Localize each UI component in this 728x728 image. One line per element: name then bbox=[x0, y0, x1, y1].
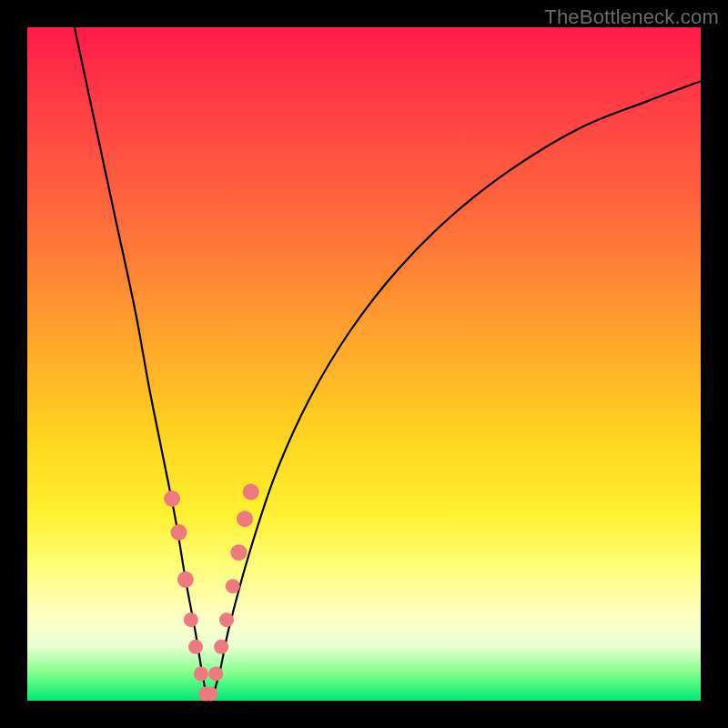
highlight-point bbox=[237, 511, 253, 527]
highlight-markers bbox=[164, 484, 259, 702]
highlight-point bbox=[203, 687, 217, 702]
highlight-point bbox=[214, 640, 228, 654]
highlight-point bbox=[164, 490, 180, 507]
highlight-point bbox=[184, 612, 198, 627]
highlight-point bbox=[177, 571, 194, 588]
highlight-point bbox=[219, 612, 234, 627]
highlight-point bbox=[208, 666, 223, 681]
curve-layer bbox=[27, 27, 701, 701]
highlight-point bbox=[243, 484, 259, 500]
chart-frame: TheBottleneck.com bbox=[0, 0, 728, 728]
watermark-text: TheBottleneck.com bbox=[544, 5, 719, 29]
highlight-point bbox=[226, 579, 240, 593]
highlight-point bbox=[194, 666, 208, 681]
highlight-point bbox=[171, 524, 187, 541]
highlight-point bbox=[230, 544, 247, 561]
highlight-point bbox=[188, 640, 203, 654]
bottleneck-curve bbox=[75, 27, 701, 701]
plot-area bbox=[27, 27, 701, 701]
